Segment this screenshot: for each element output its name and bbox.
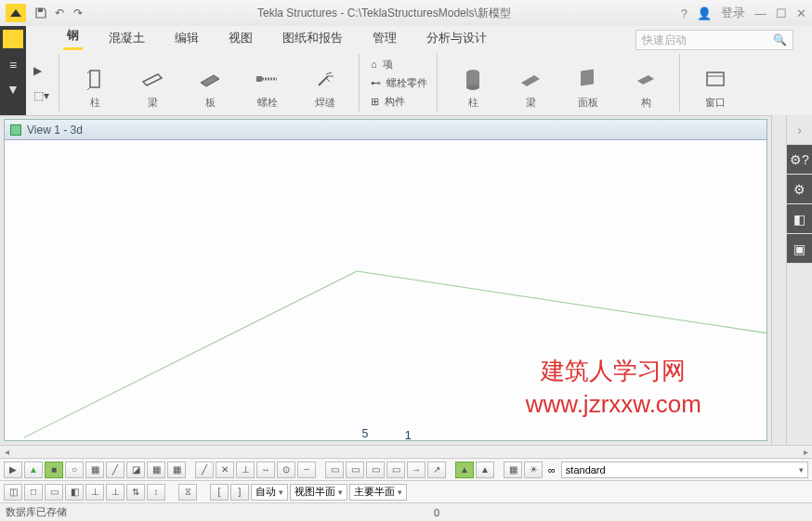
window-icon bbox=[701, 66, 730, 92]
bt-sun[interactable]: ☀ bbox=[524, 462, 543, 478]
cube-icon[interactable]: ◧ bbox=[787, 204, 812, 234]
bt-dot[interactable]: ⊙ bbox=[277, 462, 295, 478]
tab-manage[interactable]: 管理 bbox=[369, 26, 400, 50]
bt-tri-green[interactable]: ▲ bbox=[24, 462, 43, 478]
bt-perp[interactable]: ⊥ bbox=[236, 462, 255, 478]
bolt-icon bbox=[253, 66, 282, 92]
hamburger-icon[interactable]: ≡ bbox=[9, 58, 17, 72]
bt-arr[interactable]: → bbox=[407, 462, 426, 478]
minimize-icon[interactable]: — bbox=[754, 7, 766, 20]
combo-viewhalf[interactable]: 视图半面▾ bbox=[290, 484, 347, 501]
b2-1[interactable]: ◫ bbox=[4, 484, 22, 501]
viewport[interactable]: View 1 - 3d 5 1 建筑人学习网 www.jzrxxw.com bbox=[4, 119, 767, 441]
bt-r3[interactable]: ▭ bbox=[366, 462, 385, 478]
svg-rect-10 bbox=[707, 72, 724, 85]
login-button[interactable]: 登录 bbox=[721, 5, 745, 21]
beam-icon bbox=[138, 66, 167, 92]
save-icon[interactable] bbox=[32, 4, 50, 22]
view-canvas[interactable]: 5 1 建筑人学习网 www.jzrxxw.com bbox=[5, 140, 766, 440]
app-menu-icon[interactable] bbox=[3, 30, 23, 48]
pointer-icon[interactable]: ▶ bbox=[33, 64, 57, 77]
scrollbar-horizontal[interactable]: ◂▸ bbox=[0, 445, 812, 458]
svg-line-3 bbox=[87, 87, 90, 90]
bt-gridx[interactable]: ▦ bbox=[167, 462, 186, 478]
bt-x[interactable]: ✕ bbox=[216, 462, 234, 478]
b2-8[interactable]: ↕ bbox=[147, 484, 165, 501]
search-icon: 🔍 bbox=[773, 33, 787, 46]
tab-edit[interactable]: 编辑 bbox=[171, 26, 203, 50]
boltpart-button[interactable]: ⊷螺栓零件 bbox=[371, 76, 427, 90]
combo-standard[interactable]: standard▾ bbox=[561, 462, 808, 478]
user-icon[interactable]: 👤 bbox=[697, 7, 712, 20]
bt-arrow[interactable]: ▶ bbox=[4, 462, 22, 478]
b2-4[interactable]: ◧ bbox=[65, 484, 84, 501]
select-icon[interactable]: ⬚▾ bbox=[33, 89, 57, 102]
b2-6[interactable]: ⊥ bbox=[106, 484, 124, 501]
b2-br2[interactable]: ] bbox=[230, 484, 249, 501]
bt-line[interactable]: ╱ bbox=[195, 462, 214, 478]
quick-launch[interactable]: 快速启动 🔍 bbox=[635, 30, 793, 50]
bt-circle[interactable]: ○ bbox=[65, 462, 84, 478]
b2-br1[interactable]: [ bbox=[210, 484, 229, 501]
tab-concrete[interactable]: 混凝土 bbox=[105, 26, 149, 50]
tab-view[interactable]: 视图 bbox=[225, 26, 256, 50]
bt-person[interactable]: ▲ bbox=[455, 462, 474, 478]
b2-hg[interactable]: ⧖ bbox=[178, 484, 197, 501]
gear-icon[interactable]: ⚙ bbox=[787, 175, 812, 204]
view-header[interactable]: View 1 - 3d bbox=[5, 120, 766, 140]
bt-target[interactable]: ▦ bbox=[504, 462, 522, 478]
scrollbar-vertical[interactable] bbox=[771, 115, 786, 445]
bt-r2[interactable]: ▭ bbox=[346, 462, 364, 478]
tool-column[interactable]: 柱 bbox=[74, 56, 115, 110]
gear-help-icon[interactable]: ⚙? bbox=[787, 145, 812, 175]
member-button[interactable]: ⊞构件 bbox=[371, 95, 427, 109]
tool-conc-column[interactable]: 柱 bbox=[452, 56, 493, 110]
item-button[interactable]: ⌂项 bbox=[371, 58, 427, 72]
bt-person2[interactable]: ▲ bbox=[476, 462, 494, 478]
tool-panel[interactable]: 面板 bbox=[568, 56, 609, 110]
bottom-toolbar-1: ▶ ▲ ■ ○ ▦ ╱ ◪ ▦ ▦ ╱ ✕ ⊥ ↔ ⊙ ╌ ▭ ▭ ▭ ▭ → … bbox=[0, 458, 812, 480]
maximize-icon[interactable]: ☐ bbox=[776, 7, 787, 20]
bt-dash[interactable]: ╌ bbox=[297, 462, 316, 478]
redo-icon[interactable]: ↷ bbox=[69, 4, 87, 22]
chevron-down-icon[interactable]: ▼ bbox=[7, 82, 20, 97]
bt-cube[interactable]: ◪ bbox=[126, 462, 145, 478]
tool-conc-beam[interactable]: 梁 bbox=[510, 56, 551, 110]
b2-2[interactable]: □ bbox=[24, 484, 43, 501]
help-icon[interactable]: ? bbox=[681, 7, 688, 20]
bt-grid[interactable]: ▦ bbox=[85, 462, 104, 478]
bottom-bars: ◂▸ ▶ ▲ ■ ○ ▦ ╱ ◪ ▦ ▦ ╱ ✕ ⊥ ↔ ⊙ ╌ ▭ ▭ ▭ ▭… bbox=[0, 445, 812, 521]
bt-r4[interactable]: ▭ bbox=[386, 462, 405, 478]
svg-rect-4 bbox=[256, 76, 262, 82]
boltpart-icon: ⊷ bbox=[371, 77, 381, 89]
bottom-toolbar-2: ◫ □ ▭ ◧ ⊥ ⊥ ⇅ ↕ ⧖ [ ] 自动▾ 视图半面▾ 主要半面▾ bbox=[0, 480, 812, 502]
tool-plate[interactable]: 板 bbox=[190, 56, 230, 110]
bt-square[interactable]: ■ bbox=[45, 462, 63, 478]
combo-mainhalf[interactable]: 主要半面▾ bbox=[349, 484, 407, 501]
b2-5[interactable]: ⊥ bbox=[85, 484, 104, 501]
tool-window[interactable]: 窗口 bbox=[695, 56, 736, 110]
panel-expand-icon[interactable]: › bbox=[787, 115, 812, 145]
bt-diag[interactable]: ╱ bbox=[106, 462, 124, 478]
close-icon[interactable]: ✕ bbox=[796, 7, 806, 20]
bt-grid2[interactable]: ▦ bbox=[147, 462, 165, 478]
tool-conc-x[interactable]: 构 bbox=[625, 56, 666, 110]
b2-3[interactable]: ▭ bbox=[45, 484, 63, 501]
svg-point-8 bbox=[466, 85, 479, 90]
tab-steel[interactable]: 钢 bbox=[63, 23, 83, 50]
bt-arr2[interactable]: ↗ bbox=[427, 462, 446, 478]
shapes-icon[interactable]: ▣ bbox=[787, 234, 812, 264]
b2-7[interactable]: ⇅ bbox=[126, 484, 145, 501]
app-logo-icon bbox=[6, 4, 26, 22]
tab-analysis[interactable]: 分析与设计 bbox=[423, 26, 491, 50]
item-icon: ⌂ bbox=[371, 59, 377, 70]
undo-icon[interactable]: ↶ bbox=[50, 4, 69, 22]
column-icon bbox=[80, 66, 110, 92]
tool-weld[interactable]: 焊缝 bbox=[305, 56, 346, 110]
tool-bolt[interactable]: 螺栓 bbox=[247, 56, 288, 110]
combo-auto[interactable]: 自动▾ bbox=[251, 484, 288, 501]
bt-r1[interactable]: ▭ bbox=[325, 462, 344, 478]
tool-beam[interactable]: 梁 bbox=[132, 56, 173, 110]
bt-dim[interactable]: ↔ bbox=[256, 462, 275, 478]
tab-drawings[interactable]: 图纸和报告 bbox=[279, 26, 347, 50]
